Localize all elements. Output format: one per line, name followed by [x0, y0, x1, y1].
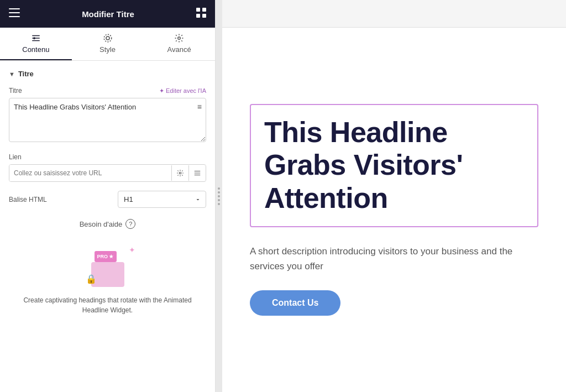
html-tag-select[interactable]: H1 H2 H3 H4 H5 H6 div span p — [118, 191, 206, 208]
panel-title: Modifier Titre — [82, 9, 134, 19]
preview-top-bar — [222, 0, 566, 28]
html-tag-label: Balise HTML — [9, 196, 47, 203]
tabs: Contenu Style Avancé — [0, 28, 215, 61]
link-input[interactable] — [9, 165, 171, 181]
pro-illustration: PRO ★ ✦ 🔒 — [75, 245, 141, 290]
svg-point-7 — [34, 38, 35, 39]
link-list-button[interactable] — [189, 165, 206, 181]
titre-field-row: Titre ✦ Editer avec l'IA This Headline G… — [9, 87, 206, 144]
svg-rect-1 — [9, 12, 20, 13]
lien-label: Lien — [9, 153, 22, 161]
link-field — [9, 164, 206, 182]
contact-button[interactable]: Contact Us — [250, 290, 340, 316]
svg-rect-4 — [202, 8, 206, 12]
right-panel: This Headline Grabs Visitors' Attention … — [222, 0, 566, 392]
pro-lock-icon: 🔒 — [86, 274, 97, 284]
titre-label: Titre — [9, 87, 22, 95]
preview-content: This Headline Grabs Visitors' Attention … — [222, 28, 566, 392]
lien-label-row: Lien — [9, 153, 206, 161]
tab-avance-label: Avancé — [167, 45, 191, 54]
svg-point-9 — [104, 34, 112, 42]
pro-section: PRO ★ ✦ 🔒 Create captivating headings th… — [9, 240, 206, 326]
headline-box[interactable]: This Headline Grabs Visitors' Attention — [250, 104, 538, 227]
svg-rect-3 — [196, 8, 200, 12]
left-panel: Modifier Titre Contenu Style Avancé ▼ Ti… — [0, 0, 216, 392]
pro-badge: PRO ★ — [95, 251, 117, 262]
tab-style-label: Style — [99, 45, 116, 54]
resize-dots — [218, 187, 220, 205]
pro-description: Create captivating headings that rotate … — [9, 295, 206, 315]
svg-point-8 — [106, 36, 109, 40]
html-tag-row: Balise HTML H1 H2 H3 H4 H5 H6 div span p — [9, 191, 206, 208]
help-row[interactable]: Besoin d'aide ? — [9, 219, 206, 229]
svg-rect-5 — [196, 14, 200, 18]
tab-contenu-label: Contenu — [22, 45, 49, 54]
svg-point-10 — [178, 37, 181, 40]
link-settings-button[interactable] — [172, 165, 189, 181]
align-icon: ≡ — [197, 102, 202, 111]
textarea-wrapper: This Headline Grabs Visitors' Attention … — [9, 98, 206, 144]
headline-text: This Headline Grabs Visitors' Attention — [264, 116, 524, 215]
edit-ai-button[interactable]: ✦ Editer avec l'IA — [159, 87, 206, 95]
help-label: Besoin d'aide — [80, 220, 123, 228]
grid-icon[interactable] — [196, 8, 206, 20]
svg-rect-0 — [9, 8, 20, 9]
tab-style[interactable]: Style — [72, 28, 144, 60]
hamburger-icon[interactable] — [9, 8, 20, 19]
description-text: A short description introducing visitors… — [250, 244, 537, 274]
svg-point-11 — [179, 172, 181, 174]
section-label: Titre — [18, 70, 34, 78]
section-arrow: ▼ — [9, 71, 15, 77]
svg-rect-6 — [202, 14, 206, 18]
link-actions — [171, 165, 206, 181]
lien-field-row: Lien — [9, 153, 206, 182]
tab-avance[interactable]: Avancé — [143, 28, 215, 60]
help-icon: ? — [125, 219, 135, 229]
section-header: ▼ Titre — [9, 70, 206, 78]
top-bar: Modifier Titre — [0, 0, 215, 28]
svg-rect-2 — [9, 16, 20, 17]
titre-label-row: Titre ✦ Editer avec l'IA — [9, 87, 206, 95]
titre-textarea[interactable]: This Headline Grabs Visitors' Attention — [9, 98, 206, 142]
pro-stars: ✦ — [129, 245, 135, 254]
resize-handle[interactable] — [216, 0, 222, 392]
tab-contenu[interactable]: Contenu — [0, 28, 72, 60]
panel-content: ▼ Titre Titre ✦ Editer avec l'IA This He… — [0, 61, 215, 392]
